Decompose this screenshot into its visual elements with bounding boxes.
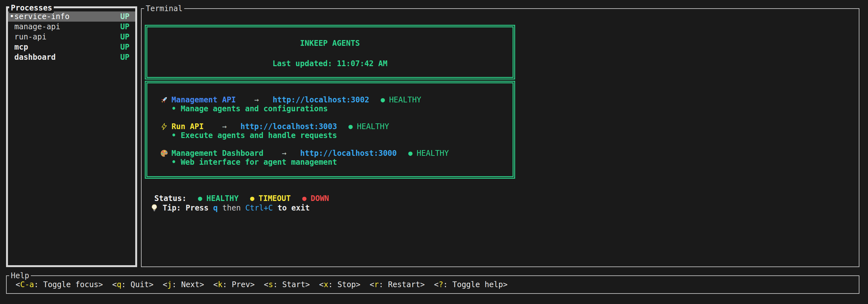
- process-row-mcp[interactable]: mcp UP: [8, 42, 135, 52]
- selected-bullet: •: [9, 12, 14, 21]
- service-description: • Execute agents and handle requests: [172, 131, 513, 140]
- timeout-dot-icon: ●: [250, 194, 254, 203]
- terminal-pane[interactable]: Terminal INKEEP AGENTS Last updated: 11:…: [141, 8, 860, 267]
- agents-header-box: INKEEP AGENTS Last updated: 11:07:42 AM: [145, 25, 515, 79]
- process-row-dashboard[interactable]: dashboard UP: [8, 52, 135, 62]
- arrow-icon: →: [254, 95, 259, 104]
- service-main-line: Management Dashboard → http://localhost:…: [159, 149, 513, 158]
- shortcut-start: <s: Start>: [264, 280, 310, 289]
- help-panel-title: Help: [9, 271, 31, 281]
- legend-label: DOWN: [311, 194, 329, 203]
- process-status-badge: UP: [120, 22, 129, 31]
- tip-text: Tip: Press: [163, 204, 209, 212]
- services-box: Management API → http://localhost:3002 ●…: [145, 81, 515, 179]
- service-url[interactable]: http://localhost:3002: [273, 95, 369, 104]
- help-bar: Help <C-a: Toggle focus> <q: Quit> <j: N…: [6, 275, 860, 294]
- process-status-badge: UP: [120, 53, 129, 62]
- health-label: HEALTHY: [357, 122, 389, 131]
- shortcut-toggle-focus: <C-a: Toggle focus>: [16, 280, 103, 289]
- legend-healthy: ● HEALTHY: [198, 194, 239, 203]
- tip-text: to exit: [277, 204, 310, 212]
- process-row-manage-api[interactable]: manage-api UP: [8, 22, 135, 32]
- process-name: manage-api: [14, 22, 120, 31]
- process-status-badge: UP: [120, 32, 129, 41]
- tip-line: Tip: Press q then Ctrl+C to exit: [150, 204, 859, 212]
- tip-key-q: q: [213, 204, 218, 212]
- last-updated: Last updated: 11:07:42 AM: [147, 59, 513, 68]
- service-name: Management Dashboard: [172, 149, 264, 158]
- status-legend-label: Status:: [154, 194, 186, 203]
- legend-label: HEALTHY: [207, 194, 239, 203]
- service-url[interactable]: http://localhost:3003: [241, 122, 337, 131]
- process-status-badge: UP: [120, 43, 129, 52]
- help-shortcuts: <C-a: Toggle focus> <q: Quit> <j: Next> …: [7, 276, 859, 293]
- shortcut-stop: <x: Stop>: [319, 280, 361, 289]
- process-name: mcp: [14, 43, 120, 52]
- legend-label: TIMEOUT: [259, 194, 291, 203]
- terminal-content: INKEEP AGENTS Last updated: 11:07:42 AM: [142, 9, 859, 212]
- health-label: HEALTHY: [417, 149, 449, 158]
- health-dot-icon: ●: [380, 95, 385, 104]
- shortcut-prev: <k: Prev>: [213, 280, 254, 289]
- service-main-line: Management API → http://localhost:3002 ●…: [159, 95, 513, 104]
- service-url[interactable]: http://localhost:3000: [300, 149, 397, 158]
- service-entry-management-api: Management API → http://localhost:3002 ●…: [159, 95, 513, 113]
- zap-icon: [159, 122, 169, 131]
- shortcut-restart: <r: Restart>: [370, 280, 425, 289]
- process-list: • service-info UP manage-api UP run-api …: [8, 11, 135, 62]
- lightbulb-icon: [150, 204, 159, 212]
- processes-panel-title: Processes: [9, 3, 54, 13]
- status-legend: Status: ● HEALTHY ● TIMEOUT ● DOWN: [154, 194, 859, 203]
- process-row-run-api[interactable]: run-api UP: [8, 32, 135, 42]
- service-main-line: Run API → http://localhost:3003 ● HEALTH…: [159, 122, 513, 131]
- health-dot-icon: ●: [408, 149, 412, 158]
- tip-key-ctrl-c: Ctrl+C: [245, 204, 273, 212]
- service-name: Run API: [172, 122, 204, 131]
- tip-text: then: [222, 204, 241, 212]
- legend-down: ● DOWN: [302, 194, 329, 203]
- app-title: INKEEP AGENTS: [147, 39, 513, 48]
- process-status-badge: UP: [120, 12, 129, 21]
- health-label: HEALTHY: [389, 95, 421, 104]
- healthy-dot-icon: ●: [198, 194, 202, 203]
- shortcut-toggle-help: <?: Toggle help>: [434, 280, 507, 289]
- service-name: Management API: [172, 95, 236, 104]
- service-description: • Manage agents and configurations: [172, 104, 513, 113]
- shortcut-quit: <q: Quit>: [112, 280, 153, 289]
- process-name: dashboard: [14, 53, 120, 62]
- rocket-icon: [159, 95, 169, 104]
- process-name: run-api: [14, 32, 120, 41]
- health-dot-icon: ●: [348, 122, 352, 131]
- arrow-icon: →: [282, 149, 286, 158]
- service-entry-run-api: Run API → http://localhost:3003 ● HEALTH…: [159, 122, 513, 140]
- terminal-panel-title: Terminal: [144, 3, 184, 14]
- process-name: service-info: [14, 12, 120, 21]
- down-dot-icon: ●: [302, 194, 306, 203]
- shortcut-next: <j: Next>: [163, 280, 204, 289]
- legend-timeout: ● TIMEOUT: [250, 194, 291, 203]
- arrow-icon: →: [222, 122, 226, 131]
- service-description: • Web interface for agent management: [172, 158, 513, 167]
- palette-icon: [159, 149, 169, 158]
- processes-panel[interactable]: Processes • service-info UP manage-api U…: [6, 6, 137, 267]
- service-entry-dashboard: Management Dashboard → http://localhost:…: [159, 149, 513, 167]
